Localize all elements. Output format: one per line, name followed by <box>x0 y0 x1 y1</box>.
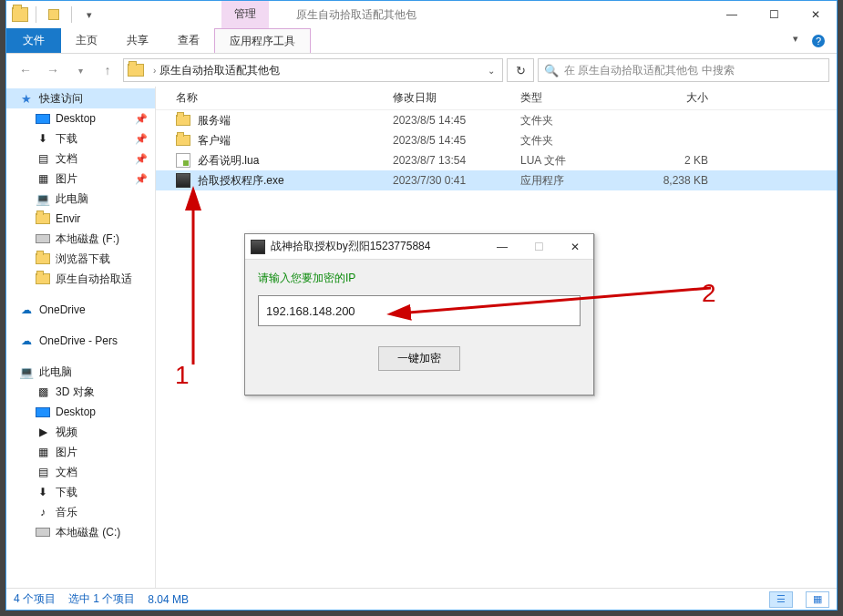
help-icon[interactable]: ? <box>806 28 831 53</box>
ribbon-tab-share[interactable]: 共享 <box>112 28 163 53</box>
sidebar-pc-documents[interactable]: ▤文档 <box>6 462 155 482</box>
sidebar-item-drive-f[interactable]: 本地磁盘 (F:) <box>6 229 155 249</box>
sidebar-label: 原生自动拾取适 <box>56 272 132 287</box>
folder-icon <box>36 213 50 224</box>
file-type: 文件夹 <box>520 113 630 128</box>
ribbon-tab-view[interactable]: 查看 <box>163 28 214 53</box>
cloud-icon: ☁ <box>19 334 34 347</box>
sidebar-pc-drive-c[interactable]: 本地磁盘 (C:) <box>6 522 155 542</box>
file-row[interactable]: 必看说明.lua 2023/8/7 13:54 LUA 文件 2 KB <box>156 150 837 170</box>
sidebar-label: 视频 <box>56 425 77 440</box>
ribbon-file-tab[interactable]: 文件 <box>6 28 61 53</box>
qat-customize-dropdown[interactable]: ▾ <box>79 5 99 25</box>
music-icon: ♪ <box>36 506 50 518</box>
ribbon-tab-app-tools[interactable]: 应用程序工具 <box>214 28 311 53</box>
col-header-name[interactable]: 名称 <box>156 90 393 106</box>
file-date: 2023/8/5 14:45 <box>393 134 520 147</box>
video-icon: ▶ <box>36 426 50 438</box>
sidebar-item-pictures[interactable]: ▦图片📌 <box>6 169 155 189</box>
sidebar-item-envir[interactable]: Envir <box>6 209 155 229</box>
file-row-selected[interactable]: 拾取授权程序.exe 2023/7/30 0:41 应用程序 8,238 KB <box>156 170 837 190</box>
col-header-type[interactable]: 类型 <box>520 90 630 106</box>
search-input[interactable]: 🔍 在 原生自动拾取适配其他包 中搜索 <box>538 58 829 82</box>
sidebar-label: 快速访问 <box>39 91 83 107</box>
sidebar-item-documents[interactable]: ▤文档📌 <box>6 149 155 169</box>
sidebar-label: OneDrive <box>39 303 86 316</box>
file-row[interactable]: 服务端 2023/8/5 14:45 文件夹 <box>156 110 837 130</box>
status-size: 8.04 MB <box>148 593 189 606</box>
file-row[interactable]: 客户端 2023/8/5 14:45 文件夹 <box>156 130 837 150</box>
nav-forward-button[interactable]: → <box>41 58 65 82</box>
breadcrumb-segment[interactable]: 原生自动拾取适配其他包 <box>159 63 280 78</box>
col-header-date[interactable]: 修改日期 <box>393 90 520 106</box>
sidebar-pc-pictures[interactable]: ▦图片 <box>6 442 155 462</box>
dialog-minimize-button[interactable]: — <box>484 234 520 260</box>
sidebar-item-thispc-q[interactable]: 💻此电脑 <box>6 189 155 209</box>
address-dropdown-icon[interactable]: ⌄ <box>482 66 500 76</box>
close-button[interactable]: ✕ <box>795 1 837 28</box>
search-icon: 🔍 <box>544 64 559 77</box>
sidebar-this-pc[interactable]: 💻此电脑 <box>6 362 155 382</box>
pin-icon: 📌 <box>135 113 148 125</box>
sidebar-quick-access[interactable]: ★ 快速访问 <box>6 88 155 108</box>
nav-history-dropdown[interactable]: ▾ <box>68 58 92 82</box>
sidebar-onedrive-personal[interactable]: ☁OneDrive - Pers <box>6 331 155 351</box>
sidebar-label: 下载 <box>56 485 77 500</box>
annotation-arrow-1 <box>182 191 210 374</box>
encrypt-button[interactable]: 一键加密 <box>378 346 460 371</box>
sidebar-item-desktop[interactable]: Desktop📌 <box>6 108 155 128</box>
nav-sidebar: ★ 快速访问 Desktop📌 ⬇下载📌 ▤文档📌 ▦图片📌 💻此电脑 Envi… <box>6 87 156 588</box>
sidebar-label: 下载 <box>56 131 77 147</box>
maximize-button[interactable]: ☐ <box>753 1 795 28</box>
sidebar-label: 图片 <box>56 171 77 187</box>
cloud-icon: ☁ <box>19 303 34 316</box>
folder-icon <box>36 273 50 284</box>
file-name: 服务端 <box>198 113 231 128</box>
sidebar-label: 本地磁盘 (F:) <box>56 231 119 247</box>
file-size: 8,238 KB <box>630 174 730 187</box>
pin-icon: 📌 <box>135 133 148 145</box>
sidebar-item-browser-dl[interactable]: 浏览器下载 <box>6 249 155 269</box>
annotation-arrow-2 <box>392 282 720 319</box>
col-header-size[interactable]: 大小 <box>630 90 730 106</box>
pin-icon: 📌 <box>135 173 148 185</box>
refresh-button[interactable]: ↻ <box>507 58 534 82</box>
minimize-button[interactable]: — <box>711 1 753 28</box>
column-headers: 名称 修改日期 类型 大小 <box>156 87 837 110</box>
nav-back-button[interactable]: ← <box>14 58 37 82</box>
monitor-icon <box>36 407 50 417</box>
pc-icon: 💻 <box>36 192 50 205</box>
folder-icon <box>176 115 190 126</box>
sidebar-item-current-folder[interactable]: 原生自动拾取适 <box>6 269 155 289</box>
file-name: 拾取授权程序.exe <box>198 173 284 189</box>
sidebar-pc-music[interactable]: ♪音乐 <box>6 502 155 522</box>
sidebar-pc-downloads[interactable]: ⬇下载 <box>6 482 155 502</box>
app-folder-icon <box>12 7 28 22</box>
dialog-close-button[interactable]: ✕ <box>557 234 593 260</box>
sidebar-label: Desktop <box>56 112 96 125</box>
svg-text:?: ? <box>816 36 821 46</box>
sidebar-label: Envir <box>56 212 80 225</box>
sidebar-pc-videos[interactable]: ▶视频 <box>6 422 155 442</box>
view-large-icons-button[interactable]: ▦ <box>806 591 829 608</box>
svg-line-3 <box>397 288 711 313</box>
address-row: ← → ▾ ↑ › 原生自动拾取适配其他包 ⌄ ↻ 🔍 在 原生自动拾取适配其他… <box>6 54 837 87</box>
folder-icon <box>36 253 50 264</box>
file-type: LUA 文件 <box>520 153 630 169</box>
nav-up-button[interactable]: ↑ <box>96 58 119 82</box>
ribbon-expand-toggle[interactable]: ▾ <box>786 28 806 48</box>
view-details-button[interactable]: ☰ <box>769 591 793 608</box>
sidebar-pc-3dobjects[interactable]: ▩3D 对象 <box>6 382 155 402</box>
quick-access-toolbar: ▾ <box>6 5 99 25</box>
dialog-maximize-button: ☐ <box>520 234 557 260</box>
file-type: 文件夹 <box>520 133 630 149</box>
sidebar-pc-desktop[interactable]: Desktop <box>6 402 155 422</box>
sidebar-label: 此电脑 <box>39 364 72 380</box>
sidebar-item-downloads[interactable]: ⬇下载📌 <box>6 128 155 149</box>
file-date: 2023/8/7 13:54 <box>393 154 520 167</box>
qat-properties-icon[interactable] <box>44 5 64 25</box>
ribbon-tab-home[interactable]: 主页 <box>61 28 112 53</box>
address-bar[interactable]: › 原生自动拾取适配其他包 ⌄ <box>123 58 503 82</box>
file-date: 2023/7/30 0:41 <box>393 174 520 187</box>
sidebar-onedrive[interactable]: ☁OneDrive <box>6 300 155 320</box>
